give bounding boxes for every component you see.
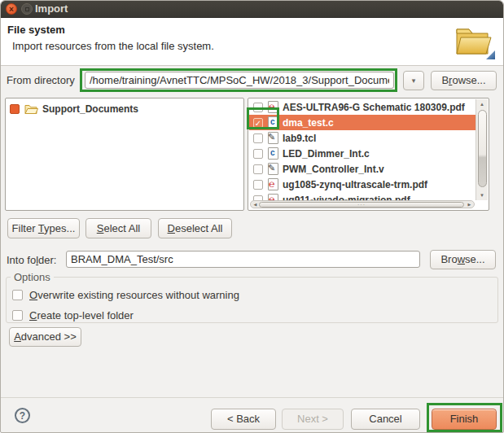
file-list-panel[interactable]: ℮ AES-ULTRA96-G Schematic 180309.pdf ✓ c… (248, 98, 489, 211)
file-list-item[interactable]: ℮ AES-ULTRA96-G Schematic 180309.pdf (249, 99, 476, 115)
from-directory-input[interactable] (85, 72, 394, 89)
into-folder-browse-button[interactable]: Browse... (430, 250, 496, 269)
scroll-down-icon[interactable]: ▼ (476, 190, 488, 200)
close-button[interactable]: × (6, 3, 17, 15)
titlebar[interactable]: × Import (1, 1, 503, 18)
scroll-left-icon[interactable]: ◀ (252, 201, 259, 208)
file-name: ug911-vivado-migration.pdf (283, 195, 410, 201)
back-button[interactable]: < Back (211, 409, 276, 430)
file-name: LED_Dimmer_Int.c (283, 148, 370, 160)
file-name: AES-ULTRA96-G Schematic 180309.pdf (283, 102, 465, 113)
vertical-scroll-thumb[interactable] (478, 110, 487, 187)
from-directory-label: From directory (7, 74, 75, 86)
footer-divider (1, 397, 503, 398)
overwrite-option[interactable]: Overwrite existing resources without war… (12, 289, 239, 301)
cancel-button[interactable]: Cancel (351, 409, 420, 430)
pdf-icon: ℮ (268, 194, 278, 200)
pdf-icon: ℮ (268, 101, 278, 113)
help-icon[interactable]: ? (15, 408, 30, 423)
restore-button[interactable] (21, 3, 33, 15)
advanced-button[interactable]: Advanced >> (9, 327, 81, 347)
horizontal-scrollbar[interactable]: ◀ ··· ▶ (250, 200, 475, 208)
file-name: PWM_Controller_Int.v (283, 164, 384, 175)
open-folder-icon (24, 103, 38, 115)
page-description: Import resources from the local file sys… (12, 40, 214, 52)
restore-icon (25, 7, 29, 11)
select-all-button[interactable]: Select All (85, 218, 151, 238)
import-dialog: × Import File system Import resources fr… (0, 0, 504, 433)
file-list-item[interactable]: c LED_Dimmer_Int.c (249, 146, 476, 161)
script-file-icon: ✎ (268, 163, 278, 175)
pdf-icon: ℮ (268, 178, 278, 190)
c-file-icon: c (268, 116, 278, 129)
c-file-icon: c (268, 147, 278, 160)
create-top-level-checkbox[interactable] (12, 310, 23, 321)
scroll-right-icon[interactable]: ▶ (466, 201, 473, 208)
overwrite-checkbox[interactable] (12, 290, 23, 300)
tree-item-label: Support_Documents (42, 103, 138, 115)
from-directory-browse-button[interactable]: Browse... (431, 71, 497, 90)
file-checkbox[interactable] (253, 133, 263, 143)
into-folder-input[interactable] (66, 251, 420, 268)
next-button[interactable]: Next > (282, 409, 344, 430)
options-group-title: Options (11, 271, 54, 283)
horizontal-scroll-thumb[interactable]: ··· (259, 202, 464, 208)
create-top-level-option[interactable]: Create top-level folder (12, 309, 134, 321)
file-checkbox[interactable] (253, 103, 263, 112)
file-list-item[interactable]: ✎ lab9.tcl (249, 130, 476, 146)
folder-tree-panel[interactable]: Support_Documents (5, 98, 244, 211)
file-list-item[interactable]: ✎ PWM_Controller_Int.v (249, 161, 476, 177)
tree-checkbox-partial[interactable] (10, 104, 20, 114)
vertical-scrollbar[interactable]: ▲ ▼ (476, 99, 488, 200)
file-name: ug1085-zynq-ultrascale-trm.pdf (283, 179, 427, 190)
directory-dropdown-button[interactable]: ▾ (403, 71, 424, 90)
file-list-item-selected[interactable]: ✓ c dma_test.c (249, 115, 476, 130)
scroll-up-icon[interactable]: ▲ (476, 99, 488, 109)
file-checkbox[interactable] (253, 164, 263, 174)
deselect-all-button[interactable]: Deselect All (158, 218, 232, 238)
file-checkbox[interactable] (253, 149, 263, 159)
finish-button[interactable]: Finish (432, 409, 497, 430)
filter-types-button[interactable]: Filter Types... (7, 218, 80, 238)
tree-item-support-documents[interactable]: Support_Documents (6, 101, 243, 116)
import-folder-banner-icon (449, 20, 495, 63)
file-list-item[interactable]: ℮ ug911-vivado-migration.pdf (249, 192, 476, 200)
into-folder-label: Into folder: (7, 254, 56, 266)
file-checkbox-checked[interactable]: ✓ (253, 118, 263, 128)
script-file-icon: ✎ (268, 132, 278, 144)
file-checkbox[interactable] (253, 180, 263, 190)
file-list: ℮ AES-ULTRA96-G Schematic 180309.pdf ✓ c… (249, 99, 476, 200)
page-title: File system (7, 24, 65, 36)
file-list-item[interactable]: ℮ ug1085-zynq-ultrascale-trm.pdf (249, 177, 476, 192)
wizard-header: File system Import resources from the lo… (1, 18, 503, 66)
overwrite-label: Overwrite existing resources without war… (29, 289, 239, 301)
file-name: lab9.tcl (283, 133, 316, 144)
window-title: Import (35, 2, 68, 15)
file-name: dma_test.c (283, 117, 334, 129)
create-top-level-label: Create top-level folder (29, 309, 134, 321)
